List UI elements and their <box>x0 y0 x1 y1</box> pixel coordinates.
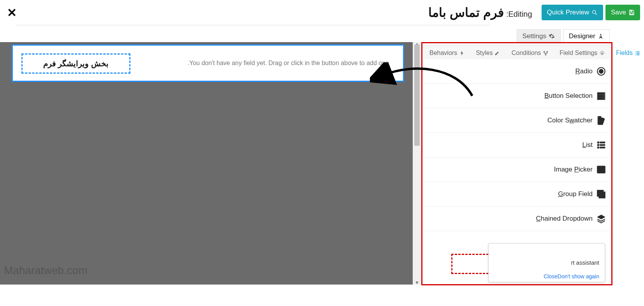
svg-point-6 <box>547 51 548 52</box>
assistant-panel[interactable]: rt assistant CloseDon't show again <box>488 243 605 282</box>
svg-rect-3 <box>630 13 633 14</box>
subtab-field-settings[interactable]: Field Settings <box>554 46 611 60</box>
svg-rect-14 <box>637 54 640 55</box>
form-title: فرم تماس باما <box>428 5 504 20</box>
quick-preview-button[interactable]: Quick Preview <box>542 5 604 20</box>
field-radio[interactable]: Radio <box>424 59 610 84</box>
branch-icon <box>543 50 549 56</box>
assistant-links[interactable]: CloseDon't show again <box>544 273 599 279</box>
svg-rect-30 <box>600 147 605 148</box>
subtab-fields-label: Fields <box>616 50 633 57</box>
gear-icon <box>599 50 605 56</box>
field-chained-dropdown[interactable]: Chained Dropdown <box>424 207 610 231</box>
radio-icon <box>596 66 607 77</box>
field-button-selection[interactable]: Button Selection <box>424 84 610 108</box>
svg-point-7 <box>545 54 547 55</box>
tab-settings-label: Settings <box>523 32 546 40</box>
svg-point-22 <box>604 98 605 99</box>
svg-line-1 <box>595 13 597 15</box>
field-color-swatcher[interactable]: Color Swatcher <box>424 108 610 133</box>
group-icon <box>596 189 607 200</box>
svg-rect-9 <box>635 51 636 52</box>
search-icon <box>591 9 598 16</box>
bolt-icon <box>459 50 465 56</box>
tab-settings[interactable]: Settings <box>517 29 561 43</box>
image-icon <box>596 164 607 175</box>
list-icon <box>596 140 607 150</box>
svg-point-20 <box>604 93 605 94</box>
svg-point-25 <box>597 142 599 143</box>
save-button[interactable]: Save <box>605 5 640 20</box>
svg-point-16 <box>599 69 604 74</box>
scroll-down-icon[interactable]: ▼ <box>413 280 421 285</box>
sub-tabs: Behaviors Styles Conditions Field Settin… <box>424 45 610 61</box>
designer-icon <box>598 33 604 39</box>
subtab-styles[interactable]: Styles <box>470 46 506 60</box>
form-canvas: .You don't have any field yet. Drag or c… <box>0 42 413 285</box>
editor-section-label: بخش ویرایشگر فرم <box>21 53 130 74</box>
header-bar: ✕ فرم تماس باما :Editing Quick Preview S… <box>0 0 644 25</box>
quick-preview-label: Quick Preview <box>547 9 589 16</box>
watermark: Maharatweb.com <box>4 264 88 277</box>
svg-rect-34 <box>599 192 605 198</box>
subtab-conditions[interactable]: Conditions <box>506 46 554 60</box>
field-group[interactable]: Group Field <box>424 182 610 207</box>
subtab-behaviors[interactable]: Behaviors <box>424 46 470 60</box>
form-drop-area[interactable]: .You don't have any field yet. Drag or c… <box>12 44 404 82</box>
field-list[interactable]: List <box>424 133 610 157</box>
svg-rect-10 <box>637 51 640 52</box>
save-icon <box>628 9 635 16</box>
subtab-fields[interactable]: Fields <box>611 46 644 60</box>
subtab-conditions-label: Conditions <box>512 50 541 57</box>
svg-point-5 <box>544 51 545 52</box>
svg-point-27 <box>597 144 599 146</box>
svg-rect-13 <box>635 54 636 55</box>
brush-icon <box>495 50 501 56</box>
scroll-thumb[interactable] <box>414 44 420 146</box>
canvas-scrollbar[interactable]: ▲ ▼ <box>413 42 421 285</box>
layers-icon <box>596 213 607 224</box>
close-icon[interactable]: ✕ <box>7 6 17 19</box>
svg-point-29 <box>597 147 599 148</box>
assistant-title: rt assistant <box>571 259 599 266</box>
svg-rect-28 <box>600 144 605 145</box>
header-divider <box>16 25 490 25</box>
editing-label: :Editing <box>506 10 532 19</box>
svg-point-8 <box>602 52 603 54</box>
svg-rect-11 <box>635 53 636 53</box>
svg-point-21 <box>604 96 605 97</box>
tab-designer[interactable]: Designer <box>563 29 610 43</box>
svg-rect-12 <box>637 53 640 53</box>
svg-point-32 <box>599 168 601 170</box>
svg-rect-2 <box>630 11 632 12</box>
button-selection-icon <box>596 90 607 101</box>
subtab-behaviors-label: Behaviors <box>429 50 457 57</box>
svg-rect-26 <box>600 142 605 143</box>
list-icon <box>635 50 640 56</box>
tab-designer-label: Designer <box>569 32 595 40</box>
save-label: Save <box>611 9 626 16</box>
gear-icon <box>549 33 555 39</box>
top-tabs: Settings Designer <box>517 29 610 43</box>
subtab-field-settings-label: Field Settings <box>560 50 597 57</box>
svg-point-0 <box>593 11 596 14</box>
swatch-icon <box>596 115 607 126</box>
empty-form-hint: .You don't have any field yet. Drag or c… <box>188 60 389 67</box>
field-image-picker[interactable]: Image Picker <box>424 157 610 182</box>
subtab-styles-label: Styles <box>476 50 493 57</box>
